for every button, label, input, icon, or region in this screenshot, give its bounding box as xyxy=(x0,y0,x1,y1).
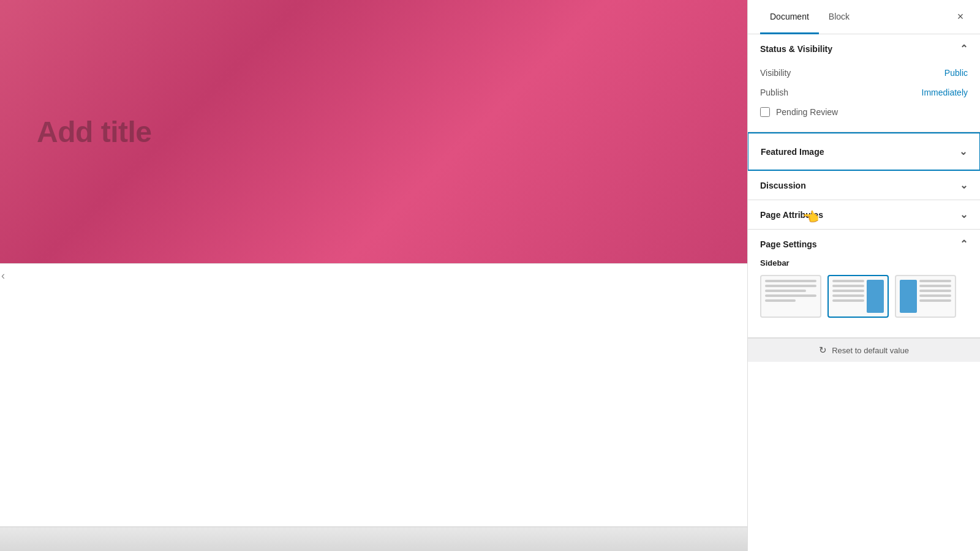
pending-review-checkbox[interactable] xyxy=(760,107,770,117)
layout-no-sidebar[interactable] xyxy=(760,275,821,318)
sidebar-header: Document Block × xyxy=(748,0,980,34)
rs-line-5 xyxy=(832,299,864,302)
status-visibility-section: Status & Visibility ⌃ Visibility Public … xyxy=(748,34,980,132)
left-sidebar-layout xyxy=(896,276,955,317)
add-title-placeholder[interactable]: Add title xyxy=(37,115,151,149)
ls-line-2 xyxy=(919,285,951,287)
line-1 xyxy=(765,280,816,282)
visibility-label: Visibility xyxy=(760,68,791,78)
ls-line-3 xyxy=(919,290,951,292)
close-button[interactable]: × xyxy=(953,10,968,24)
pending-review-row: Pending Review xyxy=(760,102,968,122)
left-nav-arrow[interactable]: ‹ xyxy=(1,269,5,282)
rs-line-4 xyxy=(832,294,864,297)
visibility-row: Visibility Public xyxy=(760,63,968,83)
layout-right-sidebar[interactable] xyxy=(827,275,889,318)
featured-image-header[interactable]: Featured Image ⌄ xyxy=(748,133,979,170)
discussion-chevron: ⌄ xyxy=(960,179,968,191)
visibility-value[interactable]: Public xyxy=(944,68,968,78)
editor-body[interactable] xyxy=(0,263,747,527)
right-sidebar-layout xyxy=(829,276,888,317)
sidebar-panel: Document Block × Status & Visibility ⌃ V… xyxy=(747,0,980,551)
page-settings-header[interactable]: Page Settings ⌃ xyxy=(748,230,980,258)
publish-value[interactable]: Immediately xyxy=(922,88,968,97)
ls-line-1 xyxy=(919,280,951,282)
right-sidebar-col xyxy=(867,280,884,313)
no-sidebar-lines xyxy=(761,276,820,317)
publish-row: Publish Immediately xyxy=(760,83,968,102)
editor-content: Add title xyxy=(0,0,747,551)
status-visibility-header[interactable]: Status & Visibility ⌃ xyxy=(748,34,980,63)
tab-block[interactable]: Block xyxy=(819,0,859,34)
line-2 xyxy=(765,285,816,287)
featured-image-label: Featured Image xyxy=(761,147,824,157)
publish-label: Publish xyxy=(760,88,788,97)
page-settings-section: Page Settings ⌃ Sidebar xyxy=(748,230,980,338)
right-sidebar-main xyxy=(832,280,864,313)
line-5 xyxy=(765,299,796,302)
bottom-bar xyxy=(0,527,747,551)
page-attributes-header[interactable]: Page Attributes ⌄ xyxy=(748,200,980,229)
page-attributes-label: Page Attributes xyxy=(760,210,823,220)
tab-document[interactable]: Document xyxy=(760,0,819,34)
rs-line-1 xyxy=(832,280,864,282)
reset-icon: ↻ xyxy=(819,345,827,356)
sidebar-option-label: Sidebar xyxy=(760,258,968,268)
reset-label: Reset to default value xyxy=(832,346,909,355)
featured-image-chevron: ⌄ xyxy=(959,146,967,157)
line-4 xyxy=(765,294,816,297)
reset-button[interactable]: ↻ Reset to default value xyxy=(748,338,980,362)
discussion-label: Discussion xyxy=(760,181,806,190)
ls-line-5 xyxy=(919,299,951,302)
discussion-header[interactable]: Discussion ⌄ xyxy=(748,171,980,200)
rs-line-2 xyxy=(832,285,864,287)
featured-image-section: Featured Image ⌄ xyxy=(747,132,980,171)
left-sidebar-main xyxy=(919,280,951,313)
sidebar-tabs: Document Block xyxy=(760,0,859,34)
layout-options xyxy=(760,275,968,318)
left-sidebar-col xyxy=(900,280,917,313)
layout-left-sidebar[interactable] xyxy=(895,275,956,318)
page-settings-chevron: ⌃ xyxy=(960,238,968,250)
page-attributes-chevron: ⌄ xyxy=(960,209,968,220)
status-visibility-content: Visibility Public Publish Immediately Pe… xyxy=(748,63,980,132)
page-settings-label: Page Settings xyxy=(760,239,817,249)
rs-line-3 xyxy=(832,290,864,292)
line-3 xyxy=(765,290,806,292)
discussion-section: Discussion ⌄ xyxy=(748,171,980,200)
editor-area: Add title ‹ xyxy=(0,0,747,551)
pending-review-label: Pending Review xyxy=(776,107,838,117)
hero-image: Add title xyxy=(0,0,747,263)
page-attributes-section: Page Attributes ⌄ xyxy=(748,200,980,230)
status-visibility-chevron: ⌃ xyxy=(960,43,968,54)
page-settings-content: Sidebar xyxy=(748,258,980,337)
ls-line-4 xyxy=(919,294,951,297)
status-visibility-label: Status & Visibility xyxy=(760,44,832,54)
